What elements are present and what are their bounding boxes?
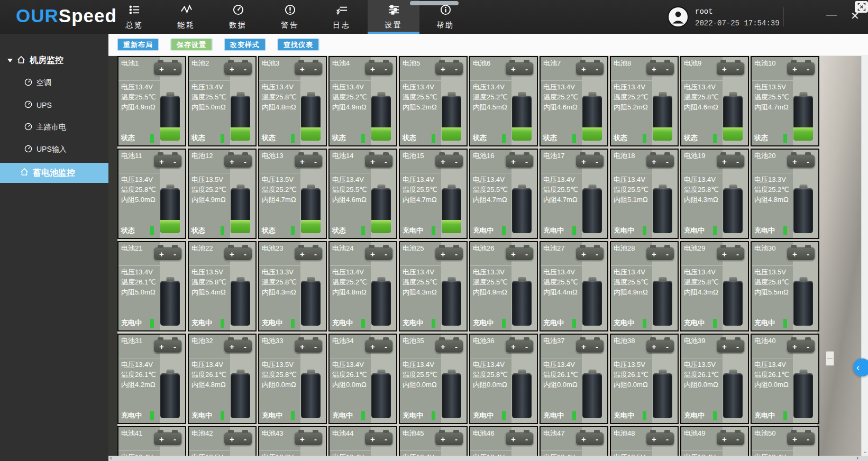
change-style-button[interactable]: 改变样式 [224,39,266,51]
scroll-down-icon[interactable]: ⌄ [863,448,867,455]
battery-plus-minus-icon[interactable]: + - [224,339,252,353]
capture-icon[interactable] [855,1,868,13]
battery-plus-minus-icon[interactable]: + - [575,62,604,76]
battery-card[interactable]: 电池38 + - 电压13.5V 温度26.1℃ 内阻0.0mΩ 充电中 [610,334,679,424]
battery-card[interactable]: 电池6 + - 电压13.4V 温度25.2℃ 内阻4.5mΩ 状态 [469,56,538,146]
find-meter-button[interactable]: 查找仪表 [278,39,319,51]
panel-collapse-toggle[interactable]: ‹ [853,358,868,376]
battery-card[interactable]: 电池8 + - 电压13.4V 温度25.2℃ 内阻5.2mΩ 状态 [610,56,679,146]
battery-plus-minus-icon[interactable]: + - [575,339,604,353]
battery-card[interactable]: 电池26 + - 电压13.3V 温度25.5℃ 内阻4.9mΩ 充电中 [469,241,538,331]
battery-card[interactable]: 电池39 + - 电压13.5V 温度26.1℃ 内阻0.0mΩ 充电中 [680,334,749,424]
sidebar-item-air-conditioning[interactable]: 空调 [24,78,51,88]
battery-card[interactable]: 电池44 + - 电压13.4V 温度 内阻 [328,426,397,456]
battery-card[interactable]: 电池29 + - 电压13.4V 温度25.8℃ 内阻4.3mΩ 充电中 [680,241,749,331]
battery-plus-minus-icon[interactable]: + - [716,62,745,76]
battery-card[interactable]: 电池42 + - 电压13.5V 温度 内阻 [188,426,257,456]
battery-plus-minus-icon[interactable]: + - [294,432,323,446]
battery-card[interactable]: 电池48 + - 电压13.5V 温度 内阻 [610,426,679,456]
battery-plus-minus-icon[interactable]: + - [505,247,534,261]
sidebar-item-ups[interactable]: UPS [24,100,52,110]
battery-card[interactable]: 电池41 + - 电压13.4V 温度 内阻 [117,426,186,456]
nav-logs[interactable]: 日志 [316,0,368,34]
battery-card[interactable]: 电池25 + - 电压13.4V 温度25.5℃ 内阻4.3mΩ 充电中 [399,241,468,331]
battery-card[interactable]: 电池2 + - 电压13.4V 温度25.5℃ 内阻5.0mΩ 状态 [188,56,257,146]
battery-card[interactable]: 电池33 + - 电压13.5V 温度25.8℃ 内阻0.0mΩ 充电中 [258,334,327,424]
battery-plus-minus-icon[interactable]: + - [364,339,393,353]
battery-plus-minus-icon[interactable]: + - [575,247,604,261]
battery-card[interactable]: 电池43 + - 电压13.3V 温度 内阻 [258,426,327,456]
nav-overview[interactable]: 总览 [108,0,160,34]
nav-data[interactable]: 数据 [212,0,264,34]
battery-card[interactable]: 电池35 + - 电压13.4V 温度25.5℃ 内阻0.0mΩ 充电中 [399,334,468,424]
battery-card[interactable]: 电池4 + - 电压13.4V 温度25.2℃ 内阻4.9mΩ 状态 [328,56,397,146]
battery-plus-minus-icon[interactable]: + - [294,62,323,76]
battery-plus-minus-icon[interactable]: + - [224,432,252,446]
battery-card[interactable]: 电池47 + - 电压13.4V 温度 内阻 [540,426,608,456]
battery-plus-minus-icon[interactable]: + - [224,62,252,76]
battery-plus-minus-icon[interactable]: + - [787,432,815,446]
battery-plus-minus-icon[interactable]: + - [153,154,182,168]
battery-card[interactable]: 电池3 + - 电压13.4V 温度25.8℃ 内阻4.8mΩ 状态 [258,56,327,146]
battery-plus-minus-icon[interactable]: + - [435,154,463,168]
battery-plus-minus-icon[interactable]: + - [646,339,674,353]
nav-alerts[interactable]: 警告 [264,0,316,34]
battery-card[interactable]: 电池17 + - 电压13.4V 温度25.5℃ 内阻4.7mΩ 充电中 [540,149,608,239]
battery-card[interactable]: 电池20 + - 电压13.3V 温度25.2℃ 内阻4.8mΩ 充电中 [751,149,819,239]
horizontal-scrollbar[interactable]: ‹ › [108,456,868,461]
battery-plus-minus-icon[interactable]: + - [787,247,815,261]
nav-energy[interactable]: 能耗 [160,0,212,34]
battery-plus-minus-icon[interactable]: + - [716,432,745,446]
battery-plus-minus-icon[interactable]: + - [224,247,252,261]
battery-card[interactable]: 电池34 + - 电压13.4V 温度26.1℃ 内阻0.0mΩ 充电中 [328,334,397,424]
battery-plus-minus-icon[interactable]: + - [294,154,323,168]
battery-card[interactable]: 电池24 + - 电压13.4V 温度25.2℃ 内阻4.8mΩ 充电中 [328,241,397,331]
battery-card[interactable]: 电池36 + - 电压13.4V 温度25.8℃ 内阻0.0mΩ 充电中 [469,334,538,424]
battery-card[interactable]: 电池12 + - 电压13.5V 温度25.2℃ 内阻4.9mΩ 状态 [188,149,257,239]
sidebar-item-ups-input[interactable]: UPS输入 [24,145,67,154]
battery-card[interactable]: 电池7 + - 电压13.4V 温度25.2℃ 内阻4.6mΩ 状态 [540,56,608,146]
battery-plus-minus-icon[interactable]: + - [153,247,182,261]
battery-plus-minus-icon[interactable]: + - [787,154,815,168]
battery-plus-minus-icon[interactable]: + - [505,154,534,168]
battery-plus-minus-icon[interactable]: + - [787,62,815,76]
battery-plus-minus-icon[interactable]: + - [575,154,604,168]
battery-plus-minus-icon[interactable]: + - [364,432,393,446]
battery-card[interactable]: 电池13 + - 电压13.5V 温度25.2℃ 内阻4.7mΩ 状态 [258,149,327,239]
battery-card[interactable]: 电池5 + - 电压13.4V 温度25.5℃ 内阻5.2mΩ 状态 [399,56,468,146]
sidebar-item-battery-monitoring[interactable]: 蓄电池监控 [0,163,108,183]
battery-plus-minus-icon[interactable]: + - [294,247,323,261]
scroll-right-icon[interactable]: › [856,454,858,461]
battery-card[interactable]: 电池30 + - 电压13.5V 温度25.8℃ 内阻5.5mΩ 充电中 [751,241,819,331]
battery-plus-minus-icon[interactable]: + - [646,432,674,446]
battery-plus-minus-icon[interactable]: + - [435,432,463,446]
battery-card[interactable]: 电池14 + - 电压13.4V 温度25.5℃ 内阻4.6mΩ 状态 [328,149,397,239]
battery-plus-minus-icon[interactable]: + - [364,62,393,76]
vertical-scrollbar[interactable]: ⌄ [861,56,868,456]
battery-card[interactable]: 电池46 + - 电压13.4V 温度 内阻 [469,426,538,456]
battery-card[interactable]: 电池16 + - 电压13.4V 温度25.5℃ 内阻4.7mΩ 充电中 [469,149,538,239]
battery-card[interactable]: 电池23 + - 电压13.3V 温度25.8℃ 内阻4.3mΩ 充电中 [258,241,327,331]
battery-plus-minus-icon[interactable]: + - [505,62,534,76]
battery-plus-minus-icon[interactable]: + - [153,339,182,353]
battery-plus-minus-icon[interactable]: + - [505,432,534,446]
battery-card[interactable]: 电池10 + - 电压13.5V 温度25.5℃ 内阻4.7mΩ 状态 [751,56,819,146]
battery-plus-minus-icon[interactable]: + - [153,432,182,446]
battery-card[interactable]: 电池40 + - 电压13.4V 温度26.1℃ 内阻0.0mΩ 充电中 [751,334,819,424]
battery-card[interactable]: 电池32 + - 电压13.4V 温度26.1℃ 内阻4.8mΩ 充电中 [188,334,257,424]
battery-plus-minus-icon[interactable]: + - [787,339,815,353]
battery-card[interactable]: 电池50 + - 电压13.4V 温度 内阻 [751,426,819,456]
battery-card[interactable]: 电池27 + - 电压13.4V 温度25.5℃ 内阻4.4mΩ 充电中 [540,241,608,331]
battery-card[interactable]: 电池45 + - 电压13.4V 温度 内阻 [399,426,468,456]
battery-card[interactable]: 电池18 + - 电压13.4V 温度25.5℃ 内阻5.1mΩ 充电中 [610,149,679,239]
battery-card[interactable]: 电池15 + - 电压13.4V 温度25.5℃ 内阻4.7mΩ 充电中 [399,149,468,239]
avatar[interactable] [668,6,689,27]
scrollbar-thumb[interactable] [410,1,459,5]
battery-plus-minus-icon[interactable]: + - [435,339,463,353]
sidebar-item-mains-power[interactable]: 主路市电 [24,123,66,132]
battery-card[interactable]: 电池1 + - 电压13.4V 温度25.5℃ 内阻4.9mΩ 状态 [117,56,186,146]
scroll-left-icon[interactable]: ‹ [110,454,112,461]
save-settings-button[interactable]: 保存设置 [171,39,212,51]
minimize-button[interactable]: — [826,8,837,21]
battery-card[interactable]: 电池11 + - 电压13.4V 温度25.8℃ 内阻5.0mΩ 状态 [117,149,186,239]
